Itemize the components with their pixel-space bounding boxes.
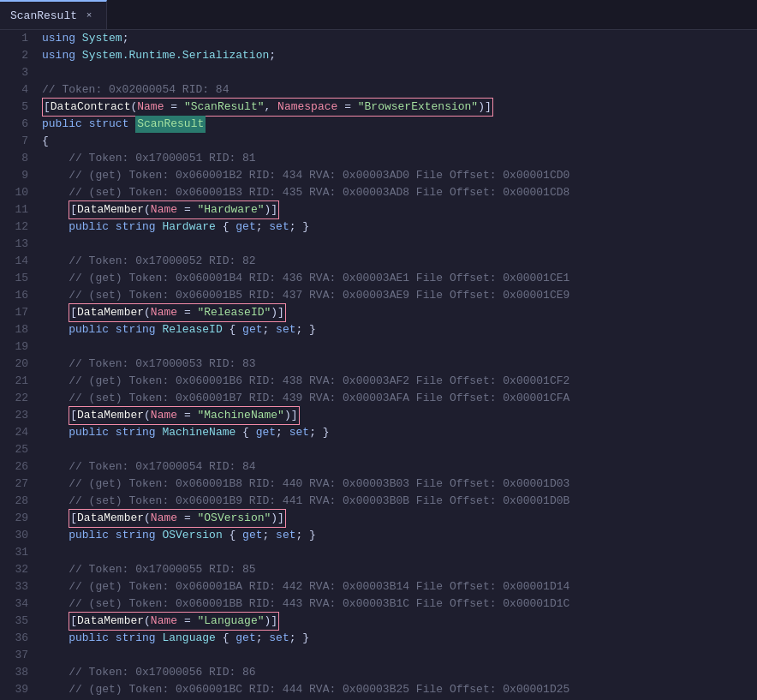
comment: // Token: 0x17000052 RID: 82 <box>42 253 256 270</box>
code-text: { <box>216 630 235 647</box>
line-number: 26 <box>7 458 28 476</box>
line-number: 9 <box>7 167 28 184</box>
code-text: { <box>216 218 235 236</box>
comment: // (get) Token: 0x060001B2 RID: 434 RVA:… <box>42 167 569 184</box>
keyword: set <box>289 424 309 441</box>
line-number: 20 <box>7 356 28 373</box>
code-text <box>156 424 163 441</box>
line-number: 32 <box>7 561 28 578</box>
comment: // (set) Token: 0x060001B5 RID: 437 RVA:… <box>42 287 569 304</box>
code-container: 1234567891011121314151617181920212223242… <box>0 30 757 700</box>
code-line: { <box>42 133 757 150</box>
comment: // (set) Token: 0x060001BB RID: 443 RVA:… <box>42 595 569 613</box>
keyword: struct <box>89 116 129 133</box>
code-text <box>109 527 116 544</box>
code-text: ; } <box>296 321 316 338</box>
keyword: string <box>116 424 156 441</box>
line-number: 38 <box>7 664 28 681</box>
attr-param: Name <box>137 100 164 113</box>
code-text: ; <box>256 630 270 647</box>
line-number: 23 <box>7 407 28 424</box>
code-line: // (set) Token: 0x060001BB RID: 443 RVA:… <box>42 595 757 613</box>
code-text: ; <box>122 30 129 47</box>
keyword: string <box>116 630 156 647</box>
code-line: // Token: 0x17000052 RID: 82 <box>42 253 757 270</box>
line-number: 6 <box>7 116 28 133</box>
keyword: string <box>116 321 156 338</box>
line-number: 18 <box>7 321 28 338</box>
keyword: using <box>42 30 75 47</box>
code-line: // Token: 0x17000054 RID: 84 <box>42 458 757 476</box>
comment: // (set) Token: 0x060001B9 RID: 441 RVA:… <box>42 493 569 510</box>
line-numbers: 1234567891011121314151617181920212223242… <box>0 30 39 700</box>
code-line: [DataContract(Name = "ScanResult", Names… <box>42 99 757 116</box>
attr-class: DataContract <box>51 100 131 113</box>
line-number: 28 <box>7 493 28 510</box>
code-text <box>42 218 69 236</box>
code-line: // (get) Token: 0x060001B2 RID: 434 RVA:… <box>42 167 757 184</box>
code-text <box>42 321 69 338</box>
line-number: 14 <box>7 253 28 270</box>
line-number: 24 <box>7 424 28 441</box>
line-number: 11 <box>7 201 28 218</box>
code-text <box>109 218 116 236</box>
code-text: ; <box>269 47 276 64</box>
code-line: [DataMember(Name = "Language")] <box>42 613 757 630</box>
code-text: { <box>235 424 255 441</box>
code-line: // (set) Token: 0x060001B9 RID: 441 RVA:… <box>42 493 757 510</box>
code-line: // Token: 0x17000056 RID: 86 <box>42 664 757 681</box>
data-member-attr: [DataMember(Name = "ReleaseID")] <box>69 303 286 322</box>
line-number: 16 <box>7 287 28 304</box>
code-line: using System; <box>42 30 757 47</box>
line-number: 22 <box>7 390 28 407</box>
code-text <box>109 321 116 338</box>
line-number: 25 <box>7 441 28 458</box>
code-line <box>42 236 757 253</box>
tab-close-icon[interactable]: × <box>82 9 96 22</box>
keyword: set <box>276 321 295 338</box>
keyword: public <box>69 218 109 236</box>
line-number: 34 <box>7 595 28 613</box>
line-number: 2 <box>7 47 28 64</box>
scan-result-tab[interactable]: ScanResult × <box>0 0 107 29</box>
data-member-attr: [DataMember(Name = "Language")] <box>69 612 279 631</box>
code-text <box>42 613 69 630</box>
line-number: 33 <box>7 578 28 595</box>
comment: // Token: 0x17000056 RID: 86 <box>42 664 256 681</box>
data-member-attr: [DataMember(Name = "OSVersion")] <box>69 509 286 528</box>
line-number: 12 <box>7 218 28 236</box>
keyword: public <box>69 424 109 441</box>
code-text: ; <box>263 527 277 544</box>
keyword: string <box>116 527 156 544</box>
punct: [ <box>44 100 51 113</box>
code-text <box>42 527 69 544</box>
comment: // (get) Token: 0x060001B4 RID: 436 RVA:… <box>42 270 569 287</box>
code-line <box>42 64 757 81</box>
code-line: using System.Runtime.Serialization; <box>42 47 757 64</box>
line-number: 17 <box>7 304 28 321</box>
keyword: get <box>242 527 262 544</box>
data-contract-attr: [DataContract(Name = "ScanResult", Names… <box>42 98 493 117</box>
code-text: { <box>223 527 242 544</box>
code-line: // (get) Token: 0x060001B4 RID: 436 RVA:… <box>42 270 757 287</box>
code-text <box>109 424 116 441</box>
line-number: 3 <box>7 64 28 81</box>
data-member-attr: [DataMember(Name = "Hardware")] <box>69 200 279 219</box>
comment: // (set) Token: 0x060001B3 RID: 435 RVA:… <box>42 184 569 201</box>
keyword: string <box>116 218 156 236</box>
code-line: [DataMember(Name = "ReleaseID")] <box>42 304 757 321</box>
keyword: get <box>235 630 255 647</box>
code-text: ; } <box>309 424 329 441</box>
line-number: 1 <box>7 30 28 47</box>
line-number: 27 <box>7 476 28 493</box>
code-line: public string ReleaseID { get; set; } <box>42 321 757 338</box>
code-line: [DataMember(Name = "MachineName")] <box>42 407 757 424</box>
comment: // Token: 0x17000055 RID: 85 <box>42 561 256 578</box>
line-number: 10 <box>7 184 28 201</box>
code-line: public string Language { get; set; } <box>42 630 757 647</box>
comment: // (set) Token: 0x060001B7 RID: 439 RVA:… <box>42 390 569 407</box>
code-line: // (get) Token: 0x060001B6 RID: 438 RVA:… <box>42 373 757 390</box>
line-number: 30 <box>7 527 28 544</box>
highlighted-name: ScanResult <box>135 116 206 133</box>
code-line: // Token: 0x17000055 RID: 85 <box>42 561 757 578</box>
